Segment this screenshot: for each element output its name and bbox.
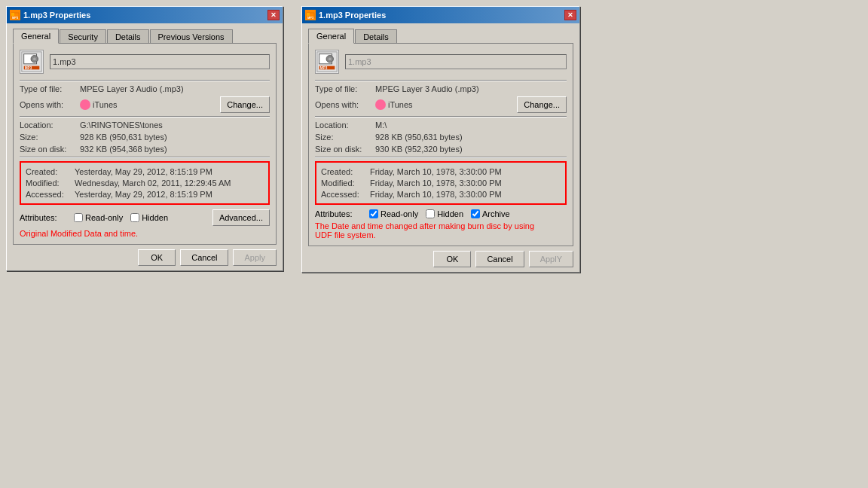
window1-readonly-checkbox[interactable] [74,213,83,222]
window1-modified-row: Modified: Wednesday, March 02, 2011, 12:… [26,178,264,188]
window2-hidden-item: Hidden [426,209,463,218]
window1-accessed-value: Yesterday, May 29, 2012, 8:15:19 PM [75,190,212,199]
svg-point-15 [329,57,332,60]
window2-footer: OK Cancel ApplY [302,246,579,272]
window1-cancel-button[interactable]: Cancel [180,249,228,266]
titlebar1: MP3 1.mp3 Properties ✕ [7,7,283,23]
window1-hidden-label: Hidden [142,213,168,222]
window2-attributes-row: Attributes: Read-only Hidden Archive [315,209,567,218]
window2-location-value: M:\ [375,120,387,130]
window2-sod-row: Size on disk: 930 KB (952,320 bytes) [315,145,567,154]
window2: MP3 1.mp3 Properties ✕ General Details [301,6,580,273]
tab-details-1[interactable]: Details [107,29,149,44]
tab-general-1[interactable]: General [13,29,59,44]
window2-type-value: MPEG Layer 3 Audio (.mp3) [375,84,479,93]
window2-mp3-icon: MP3 [315,50,339,74]
window2-archive-item: Archive [471,209,510,218]
window2-size-row: Size: 928 KB (950,631 bytes) [315,133,567,142]
window1-ok-button[interactable]: OK [138,249,176,266]
tab-security-1[interactable]: Security [60,29,106,44]
window1-advanced-button[interactable]: Advanced... [212,209,270,226]
window1-type-value: MPEG Layer 3 Audio (.mp3) [80,84,184,93]
window2-tabs: General Details [308,28,573,43]
tab-general-2[interactable]: General [308,29,354,44]
window1-close-button[interactable]: ✕ [267,10,280,20]
window2-readonly-checkbox[interactable] [369,209,378,218]
svg-text:MP3: MP3 [12,16,19,20]
itunes-icon-2 [375,99,386,110]
window1-location-label: Location: [20,120,80,130]
window1-attributes-row: Attributes: Read-only Hidden Advanced... [20,209,270,226]
window2-modified-value: Friday, March 10, 1978, 3:30:00 PM [370,178,502,188]
svg-text:MP3: MP3 [25,66,32,70]
window2-change-button[interactable]: Change... [517,96,567,113]
window1-created-label: Created: [26,167,75,176]
window1-opens-label: Opens with: [20,100,80,109]
window1-accessed-label: Accessed: [26,190,75,199]
window2-icon: MP3 [305,10,316,20]
window2-filename-input[interactable] [345,54,567,69]
window1-accessed-row: Accessed: Yesterday, May 29, 2012, 8:15:… [26,190,264,199]
window1-hidden-item: Hidden [130,213,168,222]
titlebar2: MP3 1.mp3 Properties ✕ [302,7,579,23]
window2-opens-label: Opens with: [315,100,375,109]
window1-location-value: G:\RINGTONES\tones [80,120,163,130]
window1-location-row: Location: G:\RINGTONES\tones [20,120,270,130]
window2-archive-label: Archive [482,209,510,218]
window2-size-label: Size: [315,133,375,142]
window2-ok-button[interactable]: OK [433,251,471,267]
window2-checkbox-group: Read-only Hidden Archive [369,209,510,218]
window1-change-button[interactable]: Change... [220,96,270,113]
window2-readonly-item: Read-only [369,209,418,218]
window2-accessed-label: Accessed: [321,190,370,199]
window2-location-label: Location: [315,120,375,130]
window1-type-row: Type of file: MPEG Layer 3 Audio (.mp3) [20,84,270,93]
window2-accessed-row: Accessed: Friday, March 10, 1978, 3:30:0… [321,190,561,199]
window2-type-row: Type of file: MPEG Layer 3 Audio (.mp3) [315,84,567,93]
svg-text:MP3: MP3 [320,66,328,70]
window1-sod-label: Size on disk: [20,145,80,154]
window1-readonly-item: Read-only [74,213,123,222]
window2-size-value: 928 KB (950,631 bytes) [375,133,463,142]
window1-file-header: MP3 [20,50,270,74]
window2-type-label: Type of file: [315,84,375,93]
window1-apply-button[interactable]: Apply [233,249,277,266]
svg-text:MP3: MP3 [307,16,314,20]
window2-file-header: MP3 [315,50,567,74]
window1-readonly-label: Read-only [85,213,123,222]
window1-modified-label: Modified: [26,178,75,188]
window1-tab-content: MP3 Type of file: MPEG Layer 3 Audio (.m… [13,43,277,245]
window1-sod-value: 932 KB (954,368 bytes) [80,145,167,154]
window1-title: 1.mp3 Properties [23,11,90,20]
window2-cancel-button[interactable]: Cancel [475,251,524,267]
window2-hidden-label: Hidden [437,209,463,218]
window2-opens-row: Opens with: iTunes Change... [315,96,567,113]
window1-hidden-checkbox[interactable] [130,213,139,222]
window2-created-label: Created: [321,167,370,176]
window1-filename-input[interactable] [50,54,270,69]
window2-close-button[interactable]: ✕ [564,10,576,20]
window2-accessed-value: Friday, March 10, 1978, 3:30:00 PM [370,190,502,199]
window1-sod-row: Size on disk: 932 KB (954,368 bytes) [20,145,270,154]
titlebar1-left: MP3 1.mp3 Properties [10,10,90,20]
window1-dates-box: Created: Yesterday, May 29, 2012, 8:15:1… [20,161,270,205]
window2-apply-button[interactable]: ApplY [529,251,573,267]
window1-icon: MP3 [10,10,20,20]
window2-created-value: Friday, March 10, 1978, 3:30:00 PM [370,167,502,176]
window2-location-row: Location: M:\ [315,120,567,130]
window2-hidden-checkbox[interactable] [426,209,435,218]
window1-note: Original Modified Data and time. [20,229,270,238]
window1-size-value: 928 KB (950,631 bytes) [80,133,167,142]
window1-footer: OK Cancel Apply [7,245,283,270]
tab-previous-versions-1[interactable]: Previous Versions [150,29,233,44]
tab-details-2[interactable]: Details [355,29,397,44]
window1-created-row: Created: Yesterday, May 29, 2012, 8:15:1… [26,167,264,176]
window1-checkbox-group: Read-only Hidden [74,213,168,222]
window1-opens-row: Opens with: iTunes Change... [20,96,270,113]
window2-archive-checkbox[interactable] [471,209,480,218]
window1-size-row: Size: 928 KB (950,631 bytes) [20,133,270,142]
window1-type-label: Type of file: [20,84,80,93]
window1: MP3 1.mp3 Properties ✕ General Security … [6,6,283,271]
titlebar2-left: MP3 1.mp3 Properties [305,10,386,20]
window2-sod-value: 930 KB (952,320 bytes) [375,145,463,154]
